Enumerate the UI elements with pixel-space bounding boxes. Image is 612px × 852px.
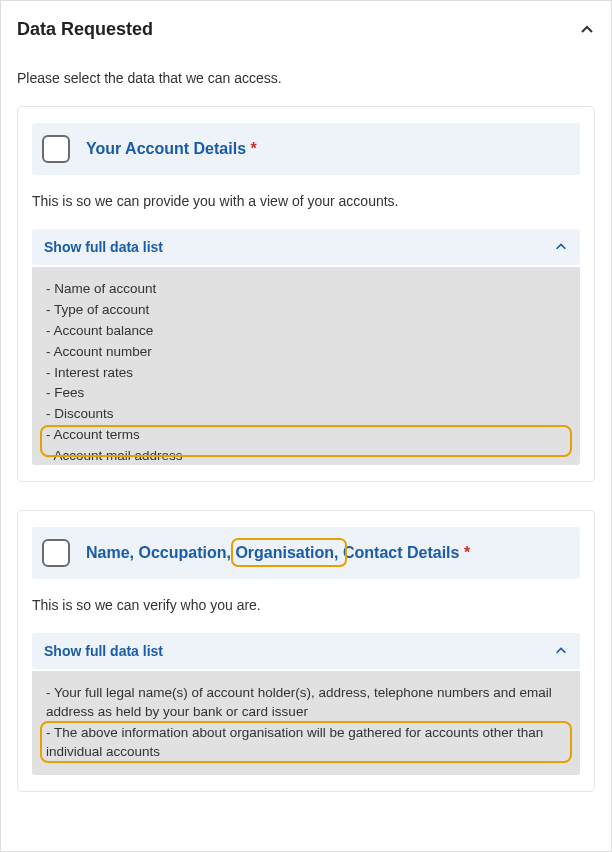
list-item: - Account number	[46, 342, 566, 363]
data-list-contact: - Your full legal name(s) of account hol…	[32, 671, 580, 775]
checkbox-title-contact: Name, Occupation, Organisation, Contact …	[86, 544, 470, 562]
chevron-up-icon[interactable]	[579, 22, 595, 38]
list-item: - Fees	[46, 383, 566, 404]
expand-toggle-account[interactable]: Show full data list	[32, 229, 580, 265]
list-item-text: Your full legal name(s) of account holde…	[46, 685, 552, 719]
list-item-text: Type of account	[54, 302, 149, 317]
section-contact-details: Name, Occupation, Organisation, Contact …	[17, 510, 595, 792]
expand-toggle-contact[interactable]: Show full data list	[32, 633, 580, 669]
section-desc: This is so we can provide you with a vie…	[32, 193, 580, 209]
list-item: - Discounts	[46, 404, 566, 425]
section-account-details: Your Account Details * This is so we can…	[17, 106, 595, 482]
checkbox-contact[interactable]	[42, 539, 70, 567]
list-item: - The above information about organisati…	[46, 723, 566, 763]
list-item: - Name of account	[46, 279, 566, 300]
list-item-text: Account mail address	[54, 448, 183, 463]
section-desc: This is so we can verify who you are.	[32, 597, 580, 613]
list-item: - Account balance	[46, 321, 566, 342]
expand-label: Show full data list	[44, 643, 163, 659]
list-item-text: Account number	[54, 344, 152, 359]
instruction-text: Please select the data that we can acces…	[17, 70, 595, 86]
list-item: - Interest rates	[46, 363, 566, 384]
expand-label: Show full data list	[44, 239, 163, 255]
section-title-post: Contact Details	[343, 544, 459, 561]
required-asterisk: *	[250, 140, 256, 157]
section-title-pre: Name, Occupation,	[86, 544, 231, 561]
list-item-text: The above information about organisation…	[46, 725, 543, 759]
list-item-text: Discounts	[54, 406, 113, 421]
panel-header: Data Requested	[17, 19, 595, 40]
checkbox-title-account: Your Account Details *	[86, 140, 257, 158]
list-item-text: Account balance	[54, 323, 154, 338]
list-item: - Type of account	[46, 300, 566, 321]
list-item: - Your full legal name(s) of account hol…	[46, 683, 566, 723]
list-item-text: Interest rates	[54, 365, 133, 380]
page-title: Data Requested	[17, 19, 153, 40]
checkbox-row-account[interactable]: Your Account Details *	[32, 123, 580, 175]
data-list-account: - Name of account - Type of account - Ac…	[32, 267, 580, 465]
checkbox-account[interactable]	[42, 135, 70, 163]
section-title-highlighted: Organisation,	[235, 544, 343, 561]
checkbox-row-contact[interactable]: Name, Occupation, Organisation, Contact …	[32, 527, 580, 579]
section-title: Your Account Details	[86, 140, 246, 157]
chevron-up-icon	[554, 644, 568, 658]
chevron-up-icon	[554, 240, 568, 254]
list-item-text: Fees	[54, 385, 84, 400]
list-item: - Account terms	[46, 425, 566, 446]
section-title-hi: Organisation,	[235, 544, 338, 561]
data-requested-panel: Data Requested Please select the data th…	[0, 0, 612, 852]
list-item: - Account mail address	[46, 446, 566, 465]
list-item-text: Name of account	[54, 281, 156, 296]
list-item-text: Account terms	[54, 427, 140, 442]
required-asterisk: *	[464, 544, 470, 561]
